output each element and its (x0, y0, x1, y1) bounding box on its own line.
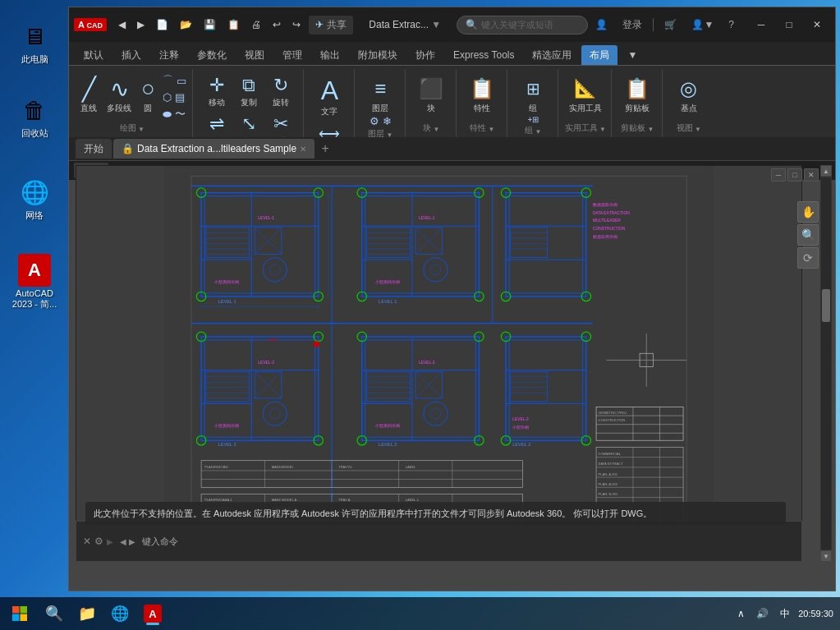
forward-btn[interactable]: ▶ (132, 16, 149, 33)
desktop-icon-recycle-bin[interactable]: 🗑 回收站 (8, 90, 61, 142)
tool-circle[interactable]: ○ 圆 (138, 72, 158, 114)
clipboard-group-expand[interactable]: ▼ (647, 126, 654, 133)
taskbar-autocad[interactable]: A (138, 600, 168, 627)
tab-manage[interactable]: 管理 (274, 45, 310, 65)
tab-more[interactable]: ▼ (619, 45, 645, 65)
save-btn[interactable]: 💾 (199, 16, 221, 33)
basepoint-group-expand[interactable]: ▼ (695, 126, 701, 133)
taskbar-file-explorer[interactable]: 📁 (72, 600, 102, 627)
quick-access-toolbar: ◀ ▶ 📄 📂 💾 📋 🖨 ↩ ↪ (113, 16, 305, 33)
desktop-icon-network[interactable]: 🌐 网络 (8, 172, 61, 224)
properties-group-expand[interactable]: ▼ (488, 126, 494, 133)
start-button[interactable] (7, 600, 33, 627)
maximize-btn[interactable]: □ (776, 16, 802, 34)
scroll-thumb[interactable] (822, 289, 830, 322)
canvas-maximize[interactable]: □ (787, 168, 802, 182)
pan-tool[interactable]: ✋ (797, 201, 819, 223)
cmd-settings-icon[interactable]: ⚙ (94, 536, 103, 547)
taskbar-edge[interactable]: 🌐 (105, 600, 135, 627)
cart-btn[interactable]: 🛒 (660, 17, 681, 32)
tool-rotate[interactable]: ↻ 旋转 (266, 72, 296, 108)
tool-properties[interactable]: 📋 特性 (466, 72, 498, 114)
tab-express[interactable]: Express Tools (445, 45, 522, 65)
block-group-expand[interactable]: ▼ (433, 126, 439, 133)
open-btn[interactable]: 📂 (175, 16, 197, 33)
desktop-icon-autocad[interactable]: A AutoCAD2023 - 简... (8, 251, 61, 313)
tool-layers[interactable]: ≡ 图层 (369, 72, 392, 114)
tab-insert[interactable]: 插入 (113, 45, 149, 65)
tab-annotate[interactable]: 注释 (151, 45, 187, 65)
tab-close-btn[interactable]: ✕ (300, 145, 306, 154)
tab-parametric[interactable]: 参数化 (189, 45, 235, 65)
share-btn[interactable]: ✈ 共享 (309, 16, 353, 34)
minimize-btn[interactable]: ─ (748, 16, 774, 34)
taskbar-chevron[interactable]: ∧ (734, 606, 748, 621)
help-btn[interactable]: ? (724, 17, 738, 32)
canvas-mini-controls: ─ □ ✕ (771, 168, 819, 182)
tool-clipboard[interactable]: 📋 剪贴板 (622, 72, 653, 114)
tool-measure[interactable]: 📐 实用工具 (566, 72, 605, 114)
tool-polygon[interactable]: ⬡ (162, 90, 172, 104)
tool-mirror[interactable]: ⇌ 镜像 (202, 111, 232, 137)
tool-copy[interactable]: ⧉ 复制 (234, 72, 264, 108)
tool-layer-props[interactable]: ⚙ (369, 114, 380, 128)
profile-btn[interactable]: 👤▼ (687, 17, 718, 32)
cmd-close-icon[interactable]: ✕ (83, 536, 91, 547)
new-tab-btn[interactable]: + (316, 140, 334, 158)
tab-addons[interactable]: 附加模块 (350, 45, 406, 65)
redo-btn[interactable]: ↪ (287, 16, 305, 33)
print-btn[interactable]: 🖨 (246, 16, 266, 33)
login-btn[interactable]: 登录 (618, 16, 646, 34)
desktop-icon-my-computer[interactable]: 🖥 此电脑 (8, 16, 61, 68)
title-search-box[interactable]: 🔍 键入关键字或短语 (457, 16, 588, 34)
tool-group[interactable]: ⊞ 组 (523, 72, 544, 114)
canvas-close[interactable]: ✕ (804, 168, 819, 182)
taskbar-lang[interactable]: 中 (777, 605, 793, 623)
save-as-btn[interactable]: 📋 (223, 16, 245, 33)
utilities-group-expand[interactable]: ▼ (599, 126, 606, 133)
orbit-tool[interactable]: ⟳ (797, 247, 819, 269)
new-btn[interactable]: 📄 (151, 16, 173, 33)
scroll-track[interactable] (821, 177, 831, 550)
back-btn[interactable]: ◀ (113, 16, 131, 33)
tool-rect[interactable]: ▭ (176, 74, 187, 88)
tool-polyline[interactable]: ∿ 多段线 (103, 72, 135, 114)
draw-group-expand[interactable]: ▼ (138, 126, 145, 133)
doc-tab-main[interactable]: 🔒 Data Extraction a...ltileaders Sample … (113, 139, 314, 159)
tab-layout[interactable]: 布局 (581, 45, 617, 65)
taskbar-clock[interactable]: 20:59:30 (798, 608, 833, 619)
tab-featured[interactable]: 精选应用 (524, 45, 580, 65)
tool-ellipse[interactable]: ⬬ (162, 107, 172, 122)
tool-dimension[interactable]: ⟷ 标注 (315, 117, 343, 137)
tool-scale[interactable]: ⤡ 缩放 (234, 111, 264, 137)
tool-block[interactable]: ⬛ 块 (415, 72, 447, 114)
tab-collaborate[interactable]: 协作 (407, 45, 443, 65)
scroll-down-btn[interactable]: ▼ (820, 550, 832, 562)
tool-layer-freeze[interactable]: ❄ (382, 114, 392, 128)
undo-btn[interactable]: ↩ (268, 16, 286, 33)
zoom-tool[interactable]: 🔍 (797, 224, 819, 246)
taskbar-search[interactable]: 🔍 (39, 600, 69, 627)
tool-text[interactable]: A 文字 (318, 72, 342, 117)
scroll-up-btn[interactable]: ▲ (820, 165, 832, 177)
vertical-scrollbar[interactable]: ▲ ▼ (820, 165, 832, 562)
tab-default[interactable]: 默认 (76, 45, 112, 65)
tool-line[interactable]: ╱ 直线 (77, 72, 100, 114)
recycle-bin-icon: 🗑 (18, 94, 51, 126)
close-btn[interactable]: ✕ (804, 16, 830, 34)
tool-spline[interactable]: 〜 (174, 106, 186, 122)
tool-basepoint[interactable]: ◎ 基点 (677, 72, 700, 114)
layers-group-expand[interactable]: ▼ (386, 131, 392, 138)
tool-move[interactable]: ✛ 移动 (202, 72, 232, 108)
tool-hatch[interactable]: ▤ (174, 90, 186, 104)
tool-group-create[interactable]: +⊞ (527, 114, 540, 125)
canvas-minimize[interactable]: ─ (771, 168, 786, 182)
doc-tab-start[interactable]: 开始 (76, 139, 112, 159)
group-group-expand[interactable]: ▼ (535, 128, 541, 136)
tool-trim[interactable]: ✂ 修剪 (266, 111, 296, 137)
user-icon[interactable]: 👤 (591, 17, 612, 32)
tab-output[interactable]: 输出 (312, 45, 348, 65)
tool-arc[interactable]: ⌒ (162, 72, 174, 89)
taskbar-volume[interactable]: 🔊 (753, 606, 772, 621)
tab-view[interactable]: 视图 (236, 45, 273, 65)
